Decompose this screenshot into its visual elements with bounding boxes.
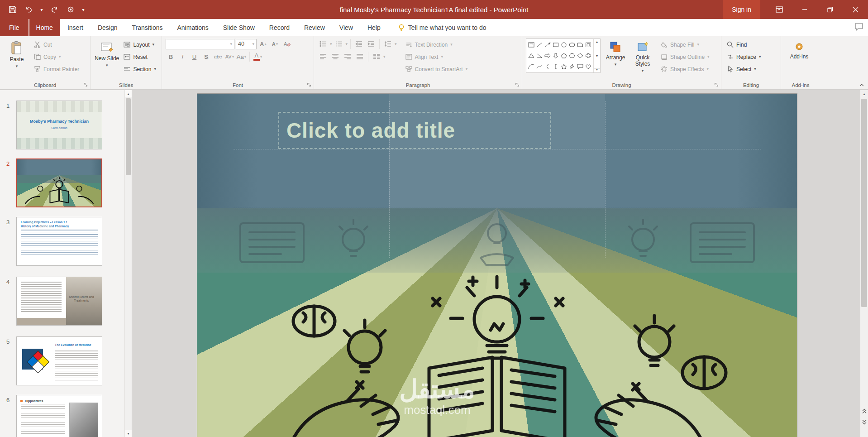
character-spacing-button[interactable]: AV▾ [224, 51, 235, 62]
thumbnail-slide-4[interactable]: 4 Ancient Beliefs and Treatments [3, 277, 102, 326]
shape-outline-dropdown-icon[interactable]: ▾ [707, 55, 710, 59]
tab-design[interactable]: Design [91, 19, 124, 36]
tab-slide-show[interactable]: Slide Show [216, 19, 262, 36]
main-vertical-scrollbar[interactable]: ▴ [860, 90, 868, 437]
justify-button[interactable] [354, 51, 365, 62]
font-color-button[interactable]: A ▾ [253, 51, 263, 62]
align-right-button[interactable] [342, 51, 353, 62]
thumbnail-slide-1[interactable]: 1 Mosby's Pharmacy Technician Sixth edit… [3, 101, 102, 149]
restore-icon[interactable] [817, 0, 843, 19]
align-text-dropdown-icon[interactable]: ▾ [441, 55, 443, 59]
thumbnail-scrollbar[interactable]: ▴ ▾ [124, 90, 132, 437]
tab-home[interactable]: Home [29, 19, 60, 36]
convert-to-smartart-button[interactable]: Convert to SmartArt ▾ [404, 63, 470, 75]
italic-button[interactable]: I [177, 51, 188, 62]
select-dropdown-icon[interactable]: ▾ [754, 67, 756, 71]
font-size-dropdown-icon[interactable]: ▾ [252, 42, 254, 46]
shapes-more-icon[interactable]: ▾ [594, 68, 600, 72]
tab-review[interactable]: Review [297, 19, 332, 36]
format-painter-button[interactable]: Format Painter [32, 63, 81, 75]
feedback-comment-icon[interactable] [854, 23, 863, 31]
thumb-scroll-up-icon[interactable]: ▴ [125, 90, 132, 97]
thumbnail-slide-3[interactable]: 3 Learning Objectives – Lesson 1.1 Histo… [3, 217, 102, 266]
layout-dropdown-icon[interactable]: ▾ [152, 43, 154, 47]
thumb-scrollbar-thumb[interactable] [126, 98, 131, 175]
smartart-dropdown-icon[interactable]: ▾ [466, 67, 468, 71]
find-button[interactable]: Find [725, 38, 763, 51]
addins-button[interactable]: Add-ins [785, 38, 814, 60]
shape-outline-button[interactable]: Shape Outline ▾ [659, 51, 711, 63]
scroll-up-icon[interactable]: ▴ [860, 90, 868, 98]
thumbnail-canvas[interactable]: Mosby's Pharmacy Technician Sixth editio… [16, 101, 102, 149]
drawing-dialog-launcher-icon[interactable] [714, 82, 719, 87]
columns-dropdown-icon[interactable]: ▾ [383, 55, 386, 59]
columns-button[interactable] [371, 51, 382, 62]
thumbnail-canvas[interactable]: Learning Objectives – Lesson 1.1 History… [16, 217, 102, 266]
previous-slide-button[interactable] [860, 406, 868, 416]
tab-transitions[interactable]: Transitions [125, 19, 170, 36]
tell-me-box[interactable]: Tell me what you want to do [392, 19, 493, 36]
minimize-icon[interactable] [792, 0, 817, 19]
shapes-gallery[interactable]: ▴ ▾ ▾ [526, 38, 601, 73]
quick-styles-button[interactable]: Quick Styles ▾ [630, 38, 655, 73]
new-slide-dropdown-icon[interactable]: ▾ [106, 63, 108, 67]
shapes-scroll-up-icon[interactable]: ▴ [596, 40, 598, 44]
quick-styles-dropdown-icon[interactable]: ▾ [642, 69, 644, 73]
slide-editing-surface[interactable]: Click to add title مستقل mostaql.com [197, 94, 797, 437]
select-button[interactable]: Select ▾ [725, 63, 763, 75]
strikethrough-button[interactable]: abc [213, 51, 223, 62]
title-placeholder[interactable]: Click to add title [278, 112, 551, 149]
numbering-button[interactable] [334, 38, 344, 49]
align-left-button[interactable] [318, 51, 329, 62]
thumbnail-canvas[interactable]: Hippocrates [16, 395, 102, 437]
align-center-button[interactable] [330, 51, 341, 62]
clear-formatting-button[interactable]: A [281, 38, 292, 49]
decrease-indent-button[interactable] [353, 38, 364, 49]
align-text-button[interactable]: Align Text ▾ [404, 51, 470, 63]
tab-record[interactable]: Record [262, 19, 296, 36]
increase-font-size-button[interactable]: A▴ [258, 38, 268, 49]
tab-file[interactable]: File [0, 19, 29, 36]
arrange-dropdown-icon[interactable]: ▾ [615, 62, 617, 67]
thumbnail-slide-2-selected[interactable]: 2 [3, 158, 102, 207]
replace-button[interactable]: Replace ▾ [725, 51, 763, 63]
thumbnail-canvas[interactable]: The Evolution of Medicine [16, 336, 102, 385]
scrollbar-thumb[interactable] [861, 99, 867, 307]
touch-mouse-mode-icon[interactable] [63, 3, 78, 16]
shape-fill-dropdown-icon[interactable]: ▾ [697, 43, 699, 47]
layout-button[interactable]: Layout ▾ [122, 38, 158, 51]
line-spacing-button[interactable] [382, 38, 393, 49]
paste-button[interactable]: Paste ▾ [4, 38, 30, 68]
font-dialog-launcher-icon[interactable] [307, 82, 312, 87]
collapse-ribbon-icon[interactable] [859, 83, 864, 87]
tab-view[interactable]: View [333, 19, 360, 36]
thumbnail-slide-5[interactable]: 5 The Evolution of Medicine [3, 336, 102, 385]
close-icon[interactable] [843, 0, 868, 19]
paste-dropdown-icon[interactable]: ▾ [16, 64, 18, 68]
bullets-dropdown-icon[interactable]: ▾ [330, 42, 332, 46]
ribbon-display-options-icon[interactable] [767, 0, 792, 19]
tab-insert[interactable]: Insert [61, 19, 90, 36]
bullets-button[interactable] [318, 38, 329, 49]
shape-effects-dropdown-icon[interactable]: ▾ [707, 67, 709, 71]
font-size-combo[interactable]: 40 ▾ [236, 39, 257, 49]
thumb-scroll-down-icon[interactable]: ▾ [125, 430, 132, 437]
replace-dropdown-icon[interactable]: ▾ [759, 55, 761, 59]
thumbnail-canvas[interactable]: Ancient Beliefs and Treatments [16, 277, 102, 326]
sign-in-button[interactable]: Sign in [723, 0, 760, 19]
line-spacing-dropdown-icon[interactable]: ▾ [395, 42, 397, 46]
text-direction-button[interactable]: Text Direction ▾ [404, 38, 470, 51]
bold-button[interactable]: B [166, 51, 176, 62]
increase-indent-button[interactable] [366, 38, 377, 49]
shape-effects-button[interactable]: Shape Effects ▾ [659, 63, 711, 75]
thumbnail-slide-6[interactable]: 6 Hippocrates [3, 395, 102, 437]
shapes-gallery-scroll[interactable]: ▴ ▾ ▾ [593, 39, 600, 72]
customize-qat-icon[interactable]: ▾ [80, 7, 87, 12]
numbering-dropdown-icon[interactable]: ▾ [346, 42, 348, 46]
new-slide-button[interactable]: New Slide ▾ [94, 38, 119, 67]
tab-help[interactable]: Help [361, 19, 387, 36]
shapes-scroll-down-icon[interactable]: ▾ [596, 54, 598, 58]
paragraph-dialog-launcher-icon[interactable] [515, 82, 520, 87]
text-shadow-button[interactable]: S [201, 51, 211, 62]
shape-fill-button[interactable]: Shape Fill ▾ [659, 38, 711, 51]
